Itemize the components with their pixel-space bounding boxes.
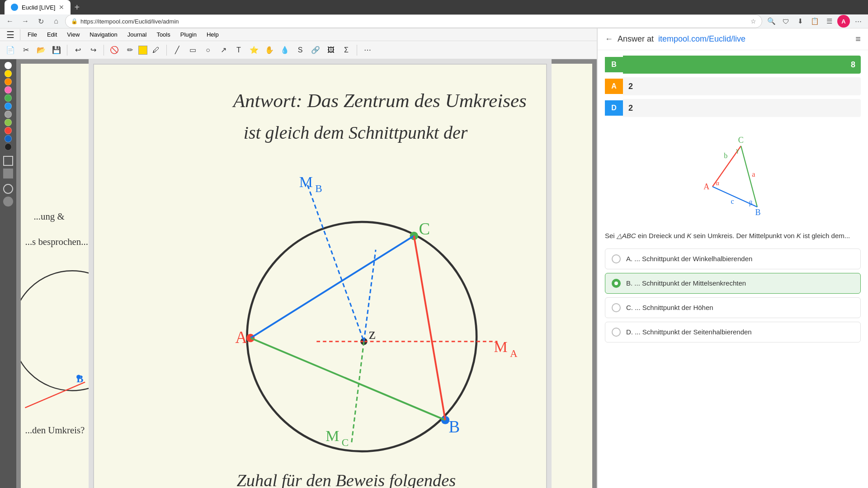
svg-text:C: C <box>342 436 349 448</box>
circle-outline-btn[interactable] <box>3 184 13 194</box>
svg-text:...s besprochen...: ...s besprochen... <box>25 236 88 247</box>
shape-tool[interactable]: ⭐ <box>247 43 261 57</box>
cut-button[interactable]: ✂ <box>19 43 33 57</box>
color-red[interactable] <box>5 127 12 134</box>
menu-journal[interactable]: Journal <box>123 30 151 39</box>
svg-text:M: M <box>299 174 313 190</box>
option-c[interactable]: C. ... Schnittpunkt der Höhen <box>605 297 861 318</box>
browser-tab[interactable]: Euclid [LIVE] ✕ <box>5 0 71 14</box>
menu-plugin[interactable]: Plugin <box>176 30 201 39</box>
undo-button[interactable]: ↩ <box>71 43 85 57</box>
toolbar-sep-2 <box>104 45 104 56</box>
toolbar-sep-4 <box>357 45 357 56</box>
profile-avatar[interactable]: A <box>837 15 850 28</box>
menu-help[interactable]: Help <box>202 30 223 39</box>
option-b[interactable]: B. ... Schnittpunkt der Mittelsenkrechte… <box>605 273 861 294</box>
result-count-b: 8 <box>851 60 855 70</box>
extension-icon-1[interactable]: 🔍 <box>765 15 778 28</box>
filled-rect-btn[interactable] <box>3 156 13 166</box>
extension-icon-2[interactable]: 🛡 <box>779 15 792 28</box>
tab-favicon <box>11 4 18 11</box>
color-pink[interactable] <box>5 86 12 94</box>
color-green[interactable] <box>5 94 12 102</box>
svg-line-25 <box>307 185 364 342</box>
canvas-area: ...ung & ...s besprochen... ...den Umkre… <box>16 59 597 488</box>
back-nav-button[interactable]: ← <box>4 15 16 28</box>
more-tools-icon[interactable]: ⋯ <box>852 15 864 28</box>
open-button[interactable]: 📂 <box>34 43 48 57</box>
sigma-tool[interactable]: Σ <box>340 43 353 57</box>
address-bar[interactable]: 🔒 https://itempool.com/Euclid/live/admin… <box>65 14 762 28</box>
right-panel: ← Answer at itempool.com/Euclid/live ≡ B… <box>597 28 868 488</box>
more-tools[interactable]: ⋯ <box>361 43 374 57</box>
color-black[interactable] <box>5 143 12 150</box>
pen-button[interactable]: ✏ <box>123 43 137 57</box>
circle-tool[interactable]: ○ <box>201 43 215 57</box>
laser-tool[interactable]: 💧 <box>278 43 292 57</box>
svg-text:Zuhal für den Beweis folgendes: Zuhal für den Beweis folgendes <box>236 471 456 488</box>
menu-file[interactable]: File <box>23 30 42 39</box>
menu-edit[interactable]: Edit <box>42 30 61 39</box>
reload-button[interactable]: ↻ <box>34 15 47 28</box>
extension-icon-4[interactable]: 📋 <box>808 15 821 28</box>
color-blue[interactable] <box>5 103 12 110</box>
right-panel-header: ← Answer at itempool.com/Euclid/live ≡ <box>598 28 868 50</box>
new-tab-button[interactable]: + <box>74 2 80 13</box>
svg-text:ist gleich dem Schnittpunkt de: ist gleich dem Schnittpunkt der <box>244 122 468 143</box>
menu-view[interactable]: View <box>62 30 84 39</box>
text-tool[interactable]: T <box>232 43 245 57</box>
main-canvas[interactable]: Antwort: Das Zentrum des Umkreises ist g… <box>89 59 552 488</box>
color-darkblue[interactable] <box>5 135 12 142</box>
results-panel: B 8 A 2 D 2 <box>598 50 868 126</box>
svg-text:C: C <box>738 136 744 145</box>
rect-tool[interactable]: ▭ <box>186 43 199 57</box>
bookmark-icon[interactable]: ☆ <box>750 18 756 25</box>
home-button[interactable]: ⌂ <box>50 15 62 28</box>
color-lime[interactable] <box>5 119 12 126</box>
browser-chrome: Euclid [LIVE] ✕ + <box>0 0 868 14</box>
save-button[interactable]: 💾 <box>50 43 63 57</box>
result-row-a: A 2 <box>605 77 861 95</box>
result-row-b: B 8 <box>605 56 861 74</box>
option-d[interactable]: D. ... Schnittpunkt der Seitenhalbierend… <box>605 322 861 343</box>
answer-at-label: Answer at <box>618 34 654 44</box>
hand-tool[interactable]: ✋ <box>263 43 276 57</box>
svg-text:A: A <box>235 328 247 347</box>
svg-line-6 <box>25 382 85 408</box>
toolbar-sep-3 <box>166 45 167 56</box>
highlighter-button[interactable]: 🖊 <box>149 43 163 57</box>
filled-circle-btn[interactable] <box>3 197 13 206</box>
menu-tools[interactable]: Tools <box>152 30 175 39</box>
filled-square-btn[interactable] <box>3 169 13 178</box>
extension-icon-5[interactable]: ☰ <box>823 15 835 28</box>
app-icon[interactable]: ☰ <box>4 28 17 42</box>
color-orange[interactable] <box>5 78 12 85</box>
tab-close-button[interactable]: ✕ <box>59 4 64 11</box>
color-white[interactable] <box>5 62 12 69</box>
result-bar-a: 2 <box>623 77 861 95</box>
color-gray[interactable] <box>5 111 12 118</box>
connect-tool[interactable]: 🔗 <box>309 43 322 57</box>
new-doc-button[interactable]: 📄 <box>4 43 17 57</box>
color-picker-button[interactable] <box>138 46 147 55</box>
svg-text:Antwort:  Das Zentrum des Umkr: Antwort: Das Zentrum des Umkreises <box>232 90 527 111</box>
script-tool[interactable]: S <box>293 43 307 57</box>
color-yellow[interactable] <box>5 70 12 77</box>
forward-nav-button[interactable]: → <box>19 15 32 28</box>
line-tool[interactable]: ╱ <box>170 43 184 57</box>
address-protocol: https:// <box>80 18 98 25</box>
left-page-bg: ...ung & ...s besprochen... ...den Umkre… <box>21 64 89 488</box>
panel-back-arrow[interactable]: ← <box>605 34 613 44</box>
arrow-tool[interactable]: ↗ <box>217 43 230 57</box>
svg-text:...ung &: ...ung & <box>33 211 64 222</box>
address-text: https://itempool.com/Euclid/live/admin <box>80 18 179 25</box>
image-tool[interactable]: 🖼 <box>324 43 338 57</box>
redo-button[interactable]: ↪ <box>86 43 100 57</box>
eraser-button[interactable]: 🚫 <box>108 43 121 57</box>
panel-menu-button[interactable]: ≡ <box>855 34 861 44</box>
menu-navigation[interactable]: Navigation <box>85 30 122 39</box>
option-a[interactable]: A. ... Schnittpunkt der Winkelhalbierend… <box>605 249 861 269</box>
extension-icon-3[interactable]: ⬇ <box>794 15 807 28</box>
answer-link[interactable]: itempool.com/Euclid/live <box>658 34 745 44</box>
left-page-svg: ...ung & ...s besprochen... ...den Umkre… <box>21 64 89 488</box>
